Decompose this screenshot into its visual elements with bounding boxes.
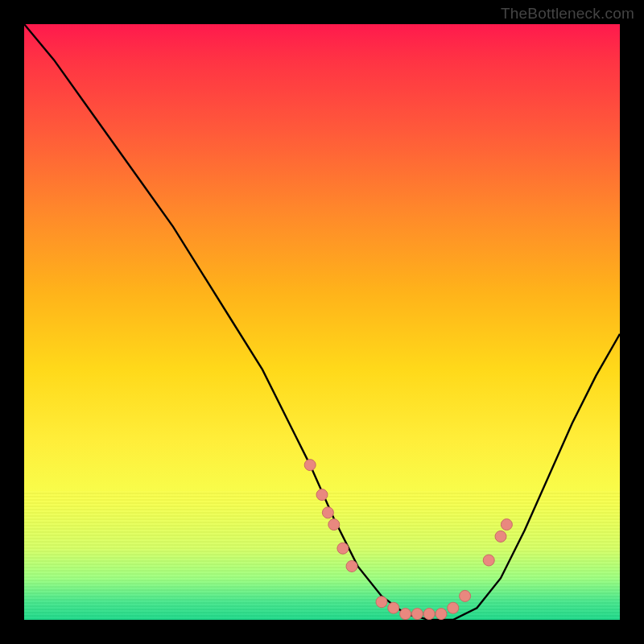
highlight-dot <box>304 460 316 471</box>
highlight-dot <box>337 543 349 554</box>
plot-area <box>24 24 620 620</box>
highlight-dot <box>388 602 399 613</box>
bottleneck-curve-svg <box>24 24 620 620</box>
highlight-dot <box>346 560 357 572</box>
bottom-stripes <box>24 491 620 620</box>
highlight-dots-group <box>304 460 512 620</box>
chart-frame: TheBottleneck.com <box>0 0 644 644</box>
highlight-dot <box>436 609 447 620</box>
highlight-dot <box>376 597 387 608</box>
highlight-dot <box>411 609 423 620</box>
highlight-dot <box>460 590 471 601</box>
highlight-dot <box>328 519 340 530</box>
highlight-dot <box>501 519 512 530</box>
highlight-dot <box>316 489 328 501</box>
highlight-dot <box>322 507 333 518</box>
highlight-dot <box>483 555 494 566</box>
highlight-dot <box>495 530 506 542</box>
watermark-text: TheBottleneck.com <box>501 5 634 23</box>
bottleneck-curve-path <box>24 24 620 620</box>
highlight-dot <box>423 609 435 620</box>
highlight-dot <box>448 602 459 613</box>
highlight-dot <box>400 609 411 620</box>
